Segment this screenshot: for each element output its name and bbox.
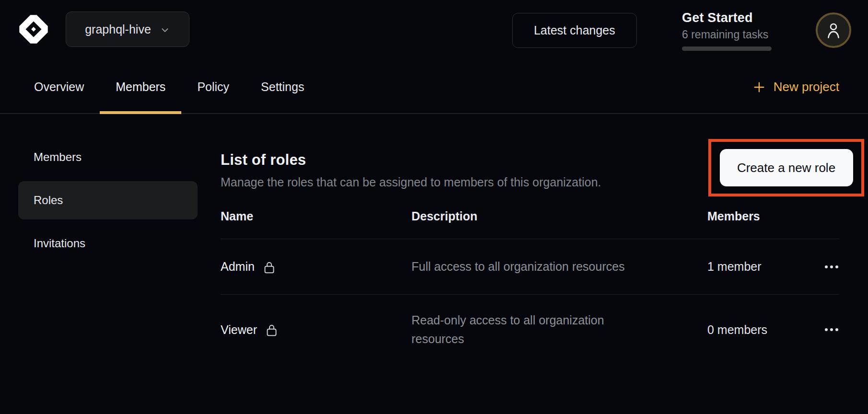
sidebar-item-label: Roles [34,194,63,207]
person-icon [825,21,842,39]
sidebar-item-members[interactable]: Members [18,138,198,176]
table-row-viewer: Viewer Read-only access to all organizat… [221,295,839,365]
sidebar-item-label: Invitations [34,237,85,250]
roles-panel: List of roles Manage the roles that can … [221,114,868,413]
lock-icon [263,260,276,275]
latest-changes-button[interactable]: Latest changes [512,13,637,48]
content-area: Members Roles Invitations List of roles … [0,114,868,413]
role-member-count: 1 member [707,260,762,273]
tab-label: Overview [34,80,84,94]
sidebar-item-roles[interactable]: Roles [18,181,198,219]
org-name: graphql-hive [85,23,151,36]
chevron-down-icon [160,25,170,35]
row-menu-button[interactable] [824,323,839,336]
hive-logo-icon[interactable] [18,13,49,45]
get-started-widget[interactable]: Get Started 6 remaining tasks [682,11,778,51]
table-row-admin: Admin Full access to all organization re… [221,239,839,295]
role-description: Read-only access to all organization res… [411,311,651,348]
role-name: Admin [221,260,255,274]
user-avatar-button[interactable] [816,12,851,48]
sidebar-item-label: Members [34,150,82,164]
roles-table: Name Description Members Admin Full a [221,192,839,365]
tab-policy[interactable]: Policy [181,61,245,113]
column-header-name: Name [221,209,411,223]
members-sidebar: Members Roles Invitations [0,114,221,413]
table-header-row: Name Description Members [221,192,839,239]
annotation-highlight: Create a new role [708,139,864,196]
tab-settings[interactable]: Settings [245,61,320,113]
hive-app: graphql-hive Latest changes Get Started … [0,0,868,414]
ellipsis-icon [825,328,828,331]
ellipsis-icon [825,265,828,268]
new-project-label: New project [774,80,839,94]
tab-label: Settings [261,80,304,94]
sidebar-item-invitations[interactable]: Invitations [18,224,198,263]
create-role-button[interactable]: Create a new role [720,149,853,186]
top-bar: graphql-hive Latest changes Get Started … [0,0,868,61]
role-description: Full access to all organization resource… [411,257,651,276]
org-tab-bar: Overview Members Policy Settings New pro… [0,61,868,114]
lock-icon [265,323,278,337]
tab-label: Members [116,80,165,94]
org-switcher-dropdown[interactable]: graphql-hive [66,12,189,47]
get-started-subtitle: 6 remaining tasks [682,28,778,41]
tab-label: Policy [197,80,229,94]
role-name: Viewer [221,323,257,337]
tab-overview[interactable]: Overview [18,61,100,113]
get-started-title: Get Started [682,11,778,25]
role-member-count: 0 members [707,323,767,336]
plus-icon [752,80,766,94]
tab-members[interactable]: Members [100,61,181,113]
new-project-button[interactable]: New project [752,61,839,113]
get-started-progressbar [682,46,772,51]
column-header-description: Description [411,209,707,223]
column-header-members: Members [707,209,818,223]
active-tab-underline [100,111,181,114]
row-menu-button[interactable] [824,261,839,273]
